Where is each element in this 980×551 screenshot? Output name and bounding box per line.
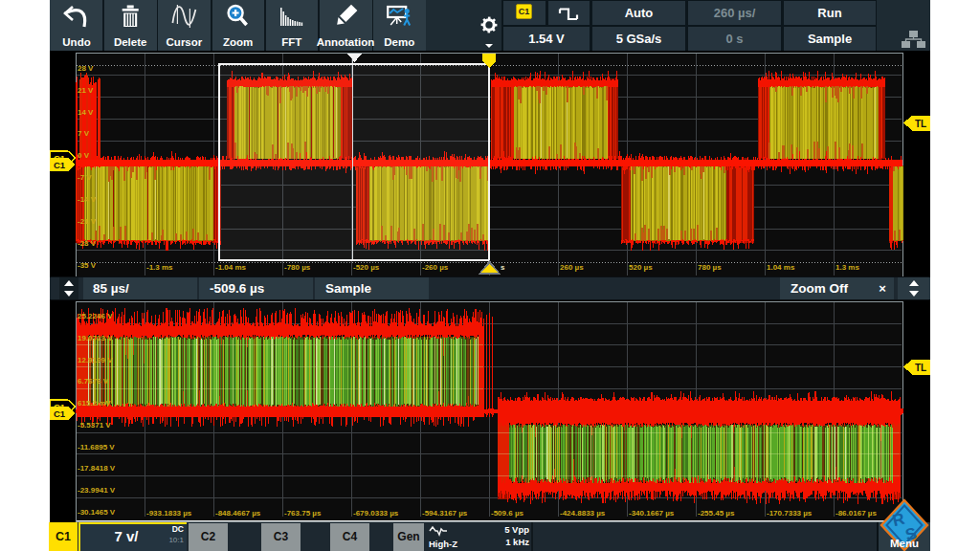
svg-text:-14 V: -14 V xyxy=(78,195,97,204)
svg-text:520 µs: 520 µs xyxy=(629,263,653,272)
svg-text:780 µs: 780 µs xyxy=(698,263,722,272)
svg-text:1.3 ms: 1.3 ms xyxy=(835,263,859,272)
svg-text:-7 V: -7 V xyxy=(78,173,92,182)
svg-text:615.2 mV: 615.2 mV xyxy=(78,399,111,408)
svg-text:-679.0333 µs: -679.0333 µs xyxy=(353,509,399,518)
svg-text:-260 µs: -260 µs xyxy=(422,263,449,272)
svg-text:-520 µs: -520 µs xyxy=(353,263,380,272)
svg-text:-23.9941 V: -23.9941 V xyxy=(78,486,116,495)
svg-text:-11.6895 V: -11.6895 V xyxy=(78,443,115,452)
svg-text:-30.1465 V: -30.1465 V xyxy=(78,508,116,517)
svg-text:260 µs: 260 µs xyxy=(560,263,584,272)
svg-text:-848.4667 µs: -848.4667 µs xyxy=(215,509,261,518)
svg-text:-424.8833 µs: -424.8833 µs xyxy=(560,509,606,518)
svg-text:14 V: 14 V xyxy=(78,108,94,117)
svg-text:0 V: 0 V xyxy=(78,151,90,160)
svg-text:-594.3167 µs: -594.3167 µs xyxy=(422,509,468,518)
svg-text:TL: TL xyxy=(915,119,926,129)
svg-text:-933.1833 µs: -933.1833 µs xyxy=(146,509,192,518)
svg-text:-255.45 µs: -255.45 µs xyxy=(698,509,735,518)
svg-text:19.0723 V: 19.0723 V xyxy=(78,334,113,342)
svg-text:C1: C1 xyxy=(54,408,66,419)
svg-text:s: s xyxy=(501,263,505,272)
svg-text:7 V: 7 V xyxy=(78,129,90,138)
svg-text:-763.75 µs: -763.75 µs xyxy=(284,509,322,518)
svg-text:12.9199 V: 12.9199 V xyxy=(78,356,113,364)
svg-text:6.7676 V: 6.7676 V xyxy=(78,377,109,386)
svg-text:-340.1667 µs: -340.1667 µs xyxy=(629,509,675,518)
svg-text:-86.0167 µs: -86.0167 µs xyxy=(835,509,877,518)
svg-text:28 V: 28 V xyxy=(78,64,94,73)
svg-text:-5.5371 V: -5.5371 V xyxy=(78,421,111,430)
svg-text:-28 V: -28 V xyxy=(78,239,97,248)
svg-text:-1.3 ms: -1.3 ms xyxy=(146,263,173,272)
svg-text:-17.8418 V: -17.8418 V xyxy=(78,464,116,473)
svg-text:-509.6 µs: -509.6 µs xyxy=(491,509,524,518)
svg-text:TL: TL xyxy=(915,363,926,373)
svg-text:-1.04 ms: -1.04 ms xyxy=(215,263,247,272)
svg-text:21 V: 21 V xyxy=(78,86,94,95)
svg-text:1.04 ms: 1.04 ms xyxy=(767,263,795,272)
svg-text:-21 V: -21 V xyxy=(78,217,97,226)
svg-text:-780 µs: -780 µs xyxy=(284,263,311,272)
svg-text:C1: C1 xyxy=(54,160,66,170)
svg-text:-35 V: -35 V xyxy=(78,261,97,270)
svg-text:-170.7333 µs: -170.7333 µs xyxy=(767,509,813,518)
svg-text:25.2246 V: 25.2246 V xyxy=(78,312,113,320)
